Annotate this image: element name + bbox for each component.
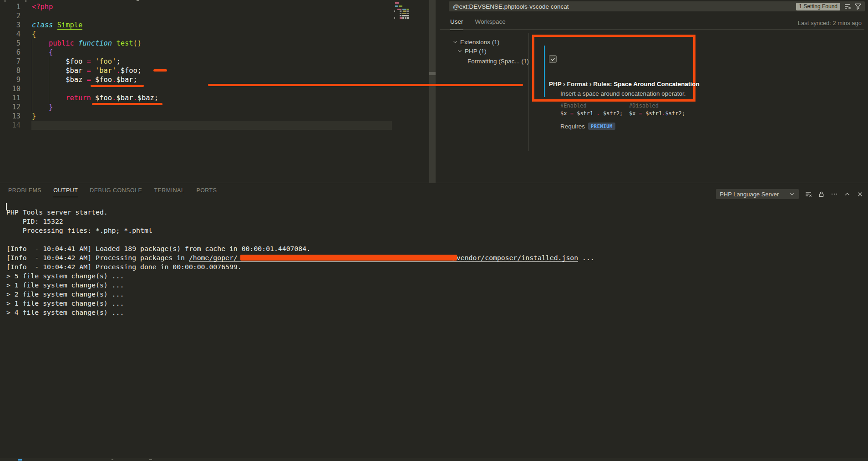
line-number: 2 [0,11,20,20]
minimap-block [405,17,406,19]
output-text: > 1 file system change(s) ... [6,299,124,307]
enabled-code-sample: $x = $str1 . $str2; [560,110,623,117]
tree-item[interactable]: Extensions (1) [452,38,499,46]
vscode-window: 1234567891011121314 <?phpclass Simple{ p… [0,0,868,461]
more-actions-icon[interactable] [831,190,838,198]
token [53,21,57,29]
code-line[interactable]: $bar = 'bar'.$foo; [32,66,158,75]
token [112,39,116,47]
code-line[interactable] [32,11,158,20]
tab-user[interactable]: User [450,18,463,30]
output-line: PID: 15322 [6,217,594,226]
annotation-underline-line9 [91,85,144,87]
token [32,67,66,75]
token: $str2; [665,110,685,117]
close-panel-icon[interactable] [857,191,863,198]
output-text: > 1 file system change(s) ... [6,281,124,289]
tree-item[interactable]: Formatting (Spac... (1) [467,57,529,65]
modified-setting-indicator [544,46,545,97]
code-line[interactable]: <?php [32,2,158,11]
token: 'foo' [95,57,116,66]
panel-tab-terminal[interactable]: TERMINAL [153,183,185,197]
token: $foo [66,57,82,66]
clear-output-icon[interactable] [805,190,812,198]
minimap-block [402,13,406,14]
output-text: PHP Tools server started. [6,208,108,216]
line-number: 13 [0,112,20,121]
token: . [133,94,137,102]
code-line[interactable]: return $foo.$bar.$baz; [32,93,158,102]
output-text: [Info - 10:04:42 AM] Processing packages… [6,254,189,261]
minimap-block [402,17,404,19]
panel-tab-problems[interactable]: PROBLEMS [8,183,42,197]
status-item-fragment [149,459,152,460]
output-channel-dropdown[interactable]: PHP Language Server [716,189,799,199]
token [91,57,95,66]
clipped-text-artifact [5,0,5,2]
line-number: 10 [0,84,20,93]
output-line [6,235,594,244]
output-line: > 4 file system change(s) ... [6,308,594,317]
lock-icon[interactable] [818,191,825,198]
line-number: 4 [0,30,20,39]
output-line: [Info - 10:04:41 AM] Loaded 189 package(… [6,244,594,253]
token: test [116,39,133,47]
token: ; [116,57,120,66]
output-text: > 4 file system change(s) ... [6,308,124,316]
code-line[interactable]: { [32,30,158,39]
panel-tab-ports[interactable]: PORTS [196,183,217,197]
token: = [87,57,91,66]
tab-workspace[interactable]: Workspace [475,18,506,30]
code-line[interactable]: $foo = 'foo'; [32,57,158,66]
editor-scrollbar-track[interactable] [429,0,436,183]
code-line[interactable]: { [32,48,158,57]
settings-search-input[interactable]: @ext:DEVSENSE.phptools-vscode concat 1 S… [449,1,865,11]
maximize-panel-icon[interactable] [844,191,851,198]
filter-icon[interactable] [854,3,862,10]
tree-splitter[interactable] [528,33,529,151]
panel-tab-debug-console[interactable]: DEBUG CONSOLE [89,183,142,197]
chevron-down-icon[interactable] [457,48,463,54]
file-path-link[interactable]: /home/goper/ [189,254,238,262]
code-line[interactable]: class Simple [32,20,158,30]
token: $foo [95,76,112,84]
minimap-block [402,9,406,10]
setting-title-prefix: PHP › Format › Rules: [549,81,614,87]
tree-item-label: PHP (1) [465,48,487,55]
settings-search-value[interactable]: @ext:DEVSENSE.phptools-vscode concat [453,3,796,10]
token [567,110,570,117]
token: = [87,76,91,84]
code-line[interactable]: } [32,112,158,121]
editor-scrollbar-handle[interactable] [429,72,436,75]
token: ; [133,76,137,84]
token: { [49,48,53,56]
panel-tabs: PROBLEMSOUTPUTDEBUG CONSOLETERMINALPORTS [8,183,218,197]
check-icon [550,56,556,62]
tree-item-label: Formatting (Spac... (1) [467,58,529,65]
code-line[interactable]: $baz = $foo.$bar; [32,75,158,84]
token [32,94,66,102]
chevron-down-icon[interactable] [452,39,458,45]
token: . [662,110,665,117]
code-line[interactable]: public function test() [32,39,158,48]
token [91,94,95,102]
setting-card-annotation-box: PHP › Format › Rules: Space Around Conca… [532,35,695,102]
token [32,103,49,111]
setting-checkbox[interactable] [549,55,557,63]
clipped-text-artifact [137,0,139,1]
clipped-text-artifact [25,0,26,2]
code-line[interactable] [32,121,158,130]
output-text: PID: 15322 [6,217,63,225]
token [91,76,95,84]
output-log[interactable]: PHP Tools server started. PID: 15322 Pro… [6,208,594,317]
minimap-block [402,15,404,16]
line-number: 12 [0,102,20,112]
code-content[interactable]: <?phpclass Simple{ public function test(… [32,2,158,130]
file-path-link[interactable]: /vendor/composer/installed.json [452,254,578,262]
output-text: [Info - 10:04:41 AM] Loaded 189 package(… [6,245,310,252]
panel-tab-output[interactable]: OUTPUT [53,183,78,197]
output-text: > 5 file system change(s) ... [6,272,124,280]
token: = [87,67,91,75]
clear-filters-icon[interactable] [844,3,851,10]
tree-item[interactable]: PHP (1) [457,47,487,55]
